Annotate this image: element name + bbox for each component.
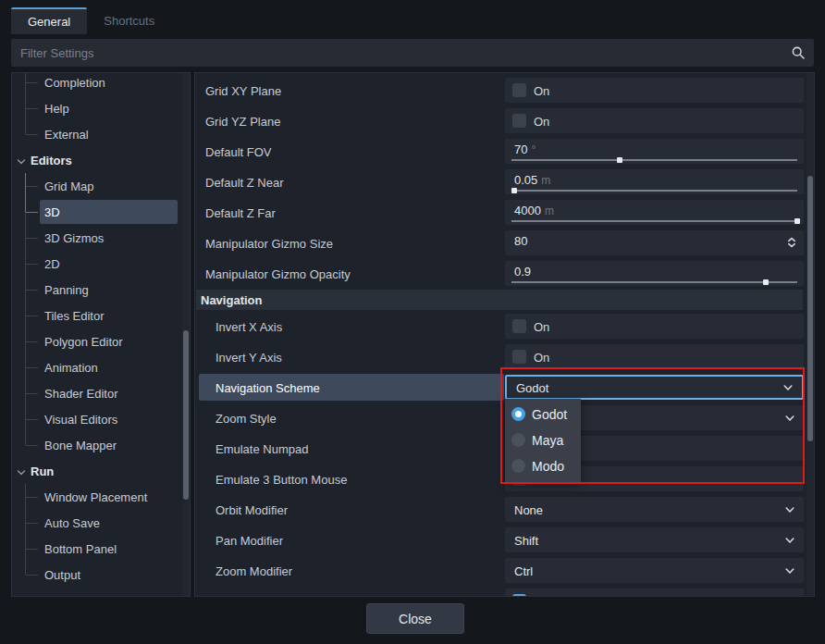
- checkbox-icon[interactable]: [512, 83, 526, 97]
- property-label: Zoom Modifier: [215, 564, 292, 577]
- sidebar-item-3d[interactable]: 3D: [12, 199, 190, 225]
- chevron-down-icon: [782, 381, 794, 394]
- sidebar-item-animation[interactable]: Animation: [12, 354, 190, 380]
- tab-general[interactable]: General: [11, 7, 87, 34]
- tree-guide-stub: [26, 419, 38, 420]
- inspector-scrollbar-thumb[interactable]: [807, 176, 813, 441]
- section-header-bg: [196, 290, 803, 310]
- sidebar-item-window-placement[interactable]: Window Placement: [12, 484, 190, 510]
- property-value-default-fov[interactable]: 70°: [505, 139, 804, 164]
- checkbox-icon[interactable]: [512, 319, 526, 333]
- sidebar-item-label: Grid Map: [44, 180, 93, 193]
- spin-updown-icon[interactable]: [785, 236, 798, 253]
- slider-handle[interactable]: [794, 218, 800, 224]
- sidebar-item-tiles-editor[interactable]: Tiles Editor: [12, 303, 190, 328]
- property-value-manipulator-gizmo-opacity[interactable]: 0.9: [505, 261, 804, 286]
- sidebar-item-help[interactable]: Help: [12, 95, 190, 121]
- sidebar-item-bone-mapper[interactable]: Bone Mapper: [12, 432, 190, 458]
- sidebar-item-label: Bottom Panel: [44, 542, 117, 556]
- value-text: 80: [514, 234, 527, 248]
- tree-guide-line: [25, 121, 26, 134]
- radio-icon: [511, 433, 525, 447]
- tab-bar: GeneralShortcuts: [11, 7, 171, 36]
- sidebar-item-output[interactable]: Output: [12, 562, 190, 588]
- slider-track[interactable]: [511, 159, 797, 161]
- tree-guide-line: [25, 562, 26, 575]
- sidebar-item-3d-gizmos[interactable]: 3D Gizmos: [12, 225, 190, 251]
- value-suffix: m: [541, 174, 550, 187]
- tree-guide-stub: [26, 82, 38, 83]
- inspector-panel: Grid XY PlaneOnGrid YZ PlaneOnDefault FO…: [194, 72, 815, 597]
- sidebar-item-label: 2D: [44, 257, 60, 271]
- property-value-navigation-scheme[interactable]: Godot: [505, 375, 804, 400]
- sidebar-item-label: Animation: [44, 361, 98, 375]
- sidebar-item-panning[interactable]: Panning: [12, 277, 190, 303]
- property-row-manipulator-gizmo-size: Manipulator Gizmo Size80: [195, 228, 814, 258]
- sidebar-item-run[interactable]: Run: [12, 458, 190, 484]
- filter-settings-input[interactable]: [11, 39, 814, 67]
- tab-shortcuts[interactable]: Shortcuts: [87, 7, 171, 34]
- sidebar-item-2d[interactable]: 2D: [12, 251, 190, 277]
- checkbox-icon[interactable]: [512, 114, 526, 128]
- property-value-grid-yz-plane[interactable]: On: [505, 108, 804, 133]
- property-value-invert-x-axis[interactable]: On: [505, 314, 804, 339]
- dropdown-option-modo[interactable]: Modo: [505, 453, 581, 479]
- slider-track[interactable]: [511, 220, 797, 222]
- tree-guide-stub: [26, 445, 38, 446]
- property-value-invert-y-axis[interactable]: On: [505, 344, 804, 369]
- navigation-scheme-popup: GodotMayaModo: [505, 399, 581, 482]
- property-value-orbit-modifier[interactable]: None: [505, 497, 804, 522]
- value-text: 0.05m: [514, 173, 550, 187]
- property-label: Zoom Style: [215, 411, 277, 425]
- sidebar-item-label: 3D: [44, 205, 60, 219]
- selected-item-highlight: [40, 200, 178, 224]
- tree-guide-stub: [26, 108, 38, 109]
- checkbox-checked-icon[interactable]: ✓: [512, 594, 526, 597]
- sidebar-item-label: Bone Mapper: [44, 439, 117, 452]
- sidebar-item-completion[interactable]: Completion: [12, 72, 190, 95]
- sidebar-item-auto-save[interactable]: Auto Save: [12, 510, 190, 536]
- sidebar-item-label: Editors: [31, 154, 72, 167]
- property-value-manipulator-gizmo-size[interactable]: 80: [505, 230, 804, 255]
- sidebar-item-bottom-panel[interactable]: Bottom Panel: [12, 536, 190, 562]
- tree-guide-stub: [26, 316, 38, 316]
- chevron-down-icon: [783, 564, 796, 577]
- sidebar-item-label: Help: [44, 102, 69, 116]
- section-header-label: Navigation: [201, 293, 262, 307]
- property-value-pan-modifier[interactable]: Shift: [505, 527, 804, 552]
- property-label: Default Z Near: [205, 175, 284, 189]
- sidebar-item-label: Window Placement: [44, 490, 147, 504]
- tree-guide-stub: [26, 549, 38, 550]
- slider-track[interactable]: [511, 190, 797, 192]
- sidebar-item-editors[interactable]: Editors: [12, 147, 190, 173]
- chevron-down-icon: [783, 503, 796, 516]
- slider-handle[interactable]: [511, 188, 517, 193]
- property-value-grid-xy-plane[interactable]: On: [505, 78, 804, 103]
- dropdown-option-label: Godot: [532, 407, 567, 422]
- tree-guide-stub: [26, 264, 38, 265]
- sidebar-item-shader-editor[interactable]: Shader Editor: [12, 380, 190, 406]
- tree-scrollbar-thumb[interactable]: [183, 330, 189, 500]
- sidebar-item-polygon-editor[interactable]: Polygon Editor: [12, 328, 190, 354]
- property-value-default-z-far[interactable]: 4000m: [505, 200, 804, 225]
- property-label: Navigation Scheme: [215, 380, 320, 394]
- slider-handle[interactable]: [763, 279, 769, 285]
- dropdown-option-label: Modo: [532, 459, 564, 474]
- settings-tree: CompletionHelpExternalEditorsGrid Map3D3…: [12, 72, 190, 588]
- sidebar-item-label: Shader Editor: [44, 387, 118, 401]
- property-value-default-z-near[interactable]: 0.05m: [505, 169, 804, 194]
- checkbox-icon[interactable]: [512, 350, 526, 364]
- tree-guide-line: [25, 72, 26, 95]
- tree-guide-stub: [26, 367, 38, 368]
- property-row-zoom-modifier: Zoom ModifierCtrl: [195, 555, 814, 586]
- sidebar-item-visual-editors[interactable]: Visual Editors: [12, 406, 190, 432]
- dropdown-option-godot[interactable]: Godot: [505, 402, 581, 427]
- slider-track[interactable]: [511, 281, 797, 283]
- close-button[interactable]: Close: [366, 603, 464, 634]
- sidebar-item-grid-map[interactable]: Grid Map: [12, 173, 190, 199]
- property-value-warped-mouse-panning[interactable]: ✓: [505, 588, 804, 597]
- property-value-zoom-modifier[interactable]: Ctrl: [505, 558, 804, 583]
- slider-handle[interactable]: [617, 157, 622, 163]
- sidebar-item-external[interactable]: External: [12, 121, 190, 147]
- dropdown-option-maya[interactable]: Maya: [505, 427, 581, 453]
